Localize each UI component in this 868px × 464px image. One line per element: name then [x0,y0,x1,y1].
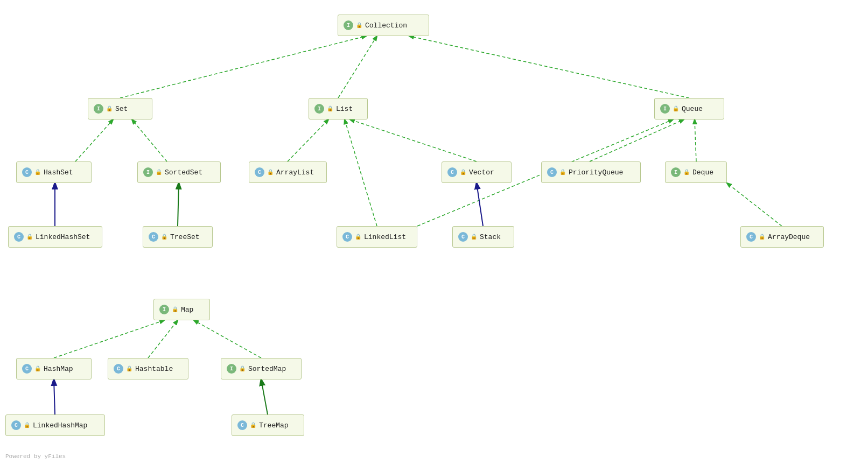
node-deque[interactable]: I 🔒 Deque [665,161,727,183]
label-map: Map [181,306,193,314]
lock-icon-stack: 🔒 [471,234,477,240]
label-queue: Queue [682,105,703,113]
label-vector: Vector [469,168,494,177]
label-arraylist: ArrayList [276,168,314,177]
badge-treemap: C [237,420,247,430]
svg-line-13 [477,183,483,226]
badge-set: I [94,104,103,114]
label-stack: Stack [480,233,501,241]
label-hashmap: HashMap [44,365,73,373]
node-arraydeque[interactable]: C 🔒 ArrayDeque [740,226,824,248]
label-sortedset: SortedSet [165,168,202,177]
label-treeset: TreeSet [170,233,200,241]
badge-hashset: C [22,167,32,177]
svg-line-3 [75,119,113,161]
node-vector[interactable]: C 🔒 Vector [442,161,512,183]
lock-icon-treeset: 🔒 [161,234,167,240]
svg-line-2 [409,36,689,98]
label-hashtable: Hashtable [135,365,173,373]
badge-linkedlist: C [342,232,352,242]
connections-svg [0,0,868,464]
badge-list: I [314,104,324,114]
lock-icon-map: 🔒 [172,306,178,313]
svg-line-18 [54,379,55,414]
node-hashmap[interactable]: C 🔒 HashMap [16,358,92,379]
badge-queue: I [660,104,670,114]
label-linkedlist: LinkedList [364,233,406,241]
badge-arraylist: C [255,167,264,177]
node-hashset[interactable]: C 🔒 HashSet [16,161,92,183]
lock-icon-deque: 🔒 [683,169,690,175]
node-map[interactable]: I 🔒 Map [153,299,210,320]
label-hashset: HashSet [44,168,73,177]
lock-icon-treemap: 🔒 [250,422,256,428]
label-priorityqueue: PriorityQueue [569,168,623,177]
node-linkedhashset[interactable]: C 🔒 LinkedHashSet [8,226,102,248]
lock-icon-hashtable: 🔒 [126,365,132,372]
node-queue[interactable]: I 🔒 Queue [654,98,724,119]
svg-line-1 [338,36,377,98]
lock-icon-arraylist: 🔒 [267,169,274,175]
node-linkedlist[interactable]: C 🔒 LinkedList [337,226,417,248]
badge-stack: C [458,232,468,242]
lock-icon-collection: 🔒 [356,22,362,29]
svg-line-4 [132,119,167,161]
label-deque: Deque [692,168,713,177]
svg-line-15 [54,320,164,358]
lock-icon-linkedhashset: 🔒 [26,234,33,240]
lock-icon-set: 🔒 [106,106,113,112]
label-set: Set [115,105,128,113]
svg-line-17 [194,320,261,358]
lock-icon-list: 🔒 [327,106,333,112]
lock-icon-queue: 🔒 [673,106,679,112]
node-linkedhashmap[interactable]: C 🔒 LinkedHashMap [5,414,105,436]
node-set[interactable]: I 🔒 Set [88,98,152,119]
node-stack[interactable]: C 🔒 Stack [452,226,514,248]
node-sortedmap[interactable]: I 🔒 SortedMap [221,358,302,379]
watermark: Powered by yFiles [5,453,66,460]
lock-icon-sortedmap: 🔒 [239,365,246,372]
svg-line-16 [148,320,178,358]
node-priorityqueue[interactable]: C 🔒 PriorityQueue [541,161,641,183]
lock-icon-linkedhashmap: 🔒 [24,422,30,428]
node-list[interactable]: I 🔒 List [309,98,368,119]
lock-icon-priorityqueue: 🔒 [559,169,566,175]
badge-sortedmap: I [227,364,236,374]
badge-vector: C [447,167,457,177]
lock-icon-arraydeque: 🔒 [759,234,765,240]
badge-priorityqueue: C [547,167,557,177]
diagram-container: I 🔒 Collection I 🔒 Set I 🔒 List I 🔒 Queu… [0,0,868,464]
svg-line-8 [350,119,477,161]
badge-linkedhashmap: C [11,420,21,430]
badge-deque: I [671,167,681,177]
label-linkedhashmap: LinkedHashMap [33,421,87,430]
badge-hashtable: C [114,364,123,374]
label-sortedmap: SortedMap [248,365,286,373]
node-sortedset[interactable]: I 🔒 SortedSet [137,161,221,183]
lock-icon-hashset: 🔒 [34,169,41,175]
label-arraydeque: ArrayDeque [768,233,810,241]
node-arraylist[interactable]: C 🔒 ArrayList [249,161,327,183]
label-treemap: TreeMap [259,421,289,430]
label-list: List [336,105,353,113]
svg-line-19 [261,379,268,414]
node-treemap[interactable]: C 🔒 TreeMap [232,414,304,436]
badge-arraydeque: C [746,232,756,242]
badge-hashmap: C [22,364,32,374]
node-treeset[interactable]: C 🔒 TreeSet [143,226,213,248]
node-hashtable[interactable]: C 🔒 Hashtable [108,358,188,379]
lock-icon-linkedlist: 🔒 [355,234,361,240]
badge-collection: I [344,20,353,30]
badge-map: I [159,305,169,314]
svg-line-11 [178,183,179,226]
badge-sortedset: I [143,167,153,177]
lock-icon-vector: 🔒 [460,169,466,175]
svg-line-9 [590,119,684,161]
svg-line-10 [695,119,696,161]
node-collection[interactable]: I 🔒 Collection [338,15,429,36]
badge-treeset: C [149,232,158,242]
svg-line-5 [288,119,328,161]
badge-linkedhashset: C [14,232,24,242]
svg-line-14 [727,183,782,226]
svg-line-6 [345,119,377,226]
